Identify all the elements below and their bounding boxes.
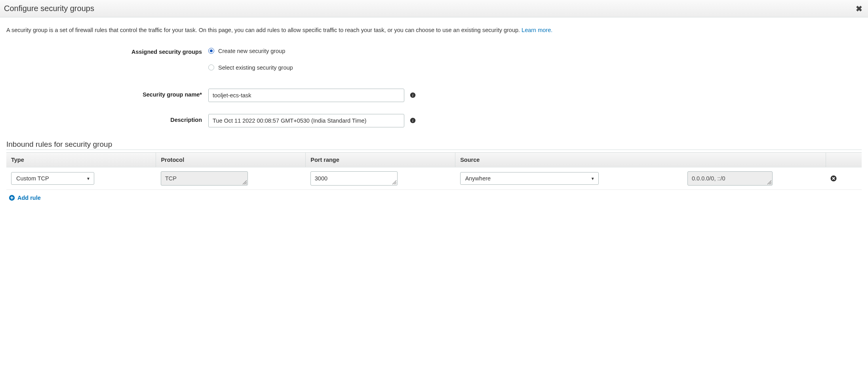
select-type[interactable]: Custom TCP (11, 172, 94, 185)
plus-circle-icon (9, 195, 15, 201)
label-description: Description (6, 114, 208, 127)
info-icon[interactable]: i (409, 92, 416, 99)
close-icon[interactable]: ✖ (856, 5, 862, 13)
row-description: Description i (6, 114, 862, 127)
radio-select-existing[interactable]: Select existing security group (208, 63, 293, 73)
col-source: Source (455, 152, 826, 167)
info-icon[interactable]: i (409, 117, 416, 124)
modal-body: A security group is a set of firewall ru… (0, 17, 868, 206)
add-rule-button[interactable]: Add rule (6, 190, 862, 206)
select-source[interactable]: Anywhere (460, 172, 599, 185)
learn-more-link[interactable]: Learn more. (522, 27, 552, 33)
input-protocol (161, 171, 248, 186)
row-sg-name: Security group name* i (6, 89, 862, 102)
input-description[interactable] (208, 114, 404, 127)
svg-text:i: i (412, 93, 413, 98)
label-sg-name: Security group name* (6, 89, 208, 102)
intro-body: A security group is a set of firewall ru… (6, 27, 522, 33)
input-cidr (687, 171, 773, 186)
row-assigned-sg: Assigned security groups Create new secu… (6, 46, 862, 73)
inbound-rules-table: Type Protocol Port range Source Custom T… (6, 152, 862, 190)
input-sg-name[interactable] (208, 89, 404, 102)
radio-icon (208, 64, 214, 70)
radio-icon (208, 48, 214, 54)
radio-existing-label: Select existing security group (218, 64, 293, 71)
table-header-row: Type Protocol Port range Source (6, 152, 862, 167)
col-type: Type (6, 152, 156, 167)
table-row: Custom TCP ▼ (6, 167, 862, 190)
intro-text: A security group is a set of firewall ru… (6, 26, 862, 35)
radio-create-new[interactable]: Create new security group (208, 46, 285, 56)
modal-title: Configure security groups (4, 4, 94, 13)
svg-text:i: i (412, 119, 413, 123)
delete-rule-icon[interactable] (830, 175, 857, 182)
input-port-range[interactable] (310, 171, 398, 186)
col-actions (826, 152, 862, 167)
label-assigned-sg: Assigned security groups (6, 46, 208, 73)
inbound-section-title: Inbound rules for security group (6, 140, 862, 150)
col-protocol: Protocol (156, 152, 306, 167)
modal-header: Configure security groups ✖ (0, 0, 868, 17)
add-rule-label: Add rule (17, 195, 41, 201)
radio-create-label: Create new security group (218, 48, 285, 54)
col-port: Port range (306, 152, 455, 167)
